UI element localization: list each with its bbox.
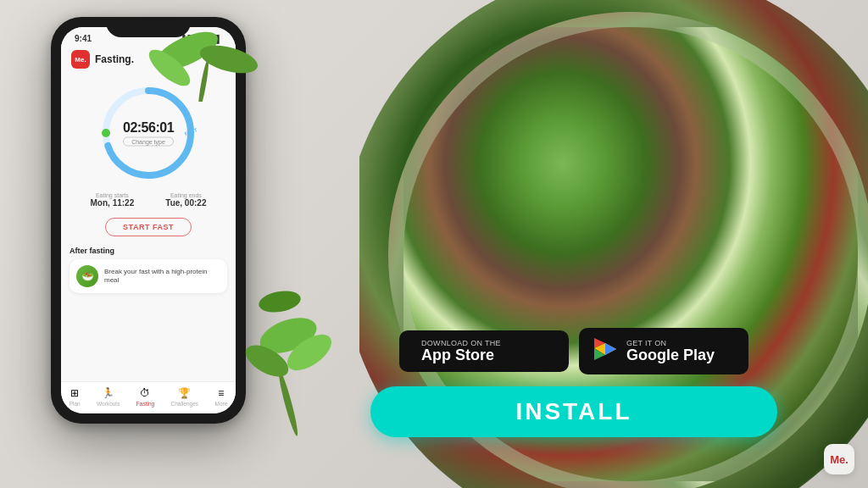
workouts-icon: 🏃 — [102, 387, 114, 399]
eating-ends: Eating ends Tue, 00:22 — [165, 192, 206, 208]
eating-ends-label: Eating ends — [165, 192, 206, 198]
plan-icon: ⊞ — [70, 387, 79, 399]
eating-starts: Eating starts Mon, 11:22 — [91, 192, 135, 208]
plant-decoration-left — [220, 234, 356, 437]
after-fasting-text: Break your fast with a high-protein meal — [104, 268, 220, 286]
nav-item-workouts[interactable]: 🏃 Workouts — [97, 387, 120, 407]
fasting-icon: ⏱ — [140, 387, 150, 399]
eating-times: Eating starts Mon, 11:22 Eating ends Tue… — [61, 187, 236, 213]
bottom-nav: ⊞ Plan 🏃 Workouts ⏱ Fasting 🏆 Challenges… — [61, 381, 236, 413]
after-fasting-section: After fasting 🥗 Break your fast with a h… — [61, 241, 236, 297]
timer-display: 02:56:01 Change type — [123, 120, 174, 147]
nav-item-challenges[interactable]: 🏆 Challenges — [171, 387, 199, 407]
timer-change-label[interactable]: Change type — [123, 137, 174, 147]
app-store-button[interactable]: Download on the App Store — [399, 330, 569, 373]
nav-label-workouts: Workouts — [97, 401, 120, 407]
svg-point-4 — [257, 288, 302, 315]
logo-badge: Me. — [71, 50, 90, 69]
app-store-name: App Store — [421, 347, 501, 364]
nav-item-plan[interactable]: ⊞ Plan — [70, 387, 81, 407]
nav-label-fasting: Fasting — [136, 401, 154, 407]
store-buttons-group: Download on the App Store GET IT ON Goog… — [399, 328, 748, 374]
start-fast-button[interactable]: START FAST — [105, 218, 192, 236]
after-fasting-card: 🥗 Break your fast with a high-protein me… — [70, 259, 227, 293]
nav-label-challenges: Challenges — [171, 401, 199, 407]
google-play-text: GET IT ON Google Play — [626, 339, 715, 364]
install-button[interactable]: INSTALL — [370, 386, 777, 437]
me-logo-badge: Me. — [824, 444, 854, 474]
svg-point-11 — [102, 129, 110, 137]
nav-label-plan: Plan — [70, 401, 81, 407]
google-play-name: Google Play — [626, 347, 715, 364]
eating-starts-label: Eating starts — [91, 192, 135, 198]
actions-area: Download on the App Store GET IT ON Goog… — [331, 328, 817, 437]
app-store-text: Download on the App Store — [421, 339, 501, 364]
google-play-button[interactable]: GET IT ON Google Play — [579, 328, 748, 374]
eating-starts-value: Mon, 11:22 — [91, 198, 135, 208]
meal-icon: 🥗 — [76, 265, 98, 287]
after-fasting-title: After fasting — [70, 247, 227, 255]
timer-time: 02:56:01 — [123, 120, 174, 136]
google-play-icon — [593, 336, 618, 366]
nav-item-fasting[interactable]: ⏱ Fasting — [136, 387, 154, 407]
challenges-icon: 🏆 — [178, 387, 191, 399]
status-time: 9:41 — [75, 34, 92, 43]
svg-point-0 — [276, 369, 300, 436]
svg-point-5 — [197, 59, 210, 102]
svg-marker-17 — [605, 343, 616, 355]
eating-ends-value: Tue, 00:22 — [165, 198, 206, 208]
